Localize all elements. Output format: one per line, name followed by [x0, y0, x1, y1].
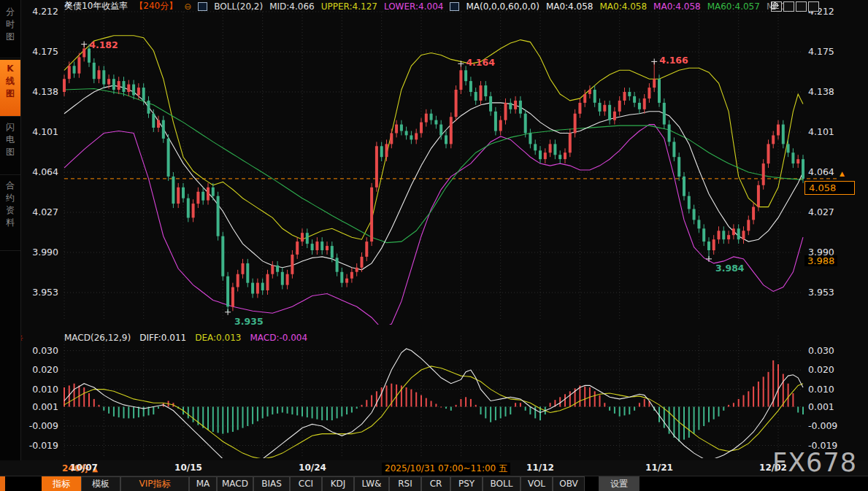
tab-psy[interactable]: PSY — [450, 476, 483, 491]
tab-settings[interactable]: 设置 — [599, 476, 640, 491]
kline-chart[interactable]: 4.1824.1644.1663.9353.9844.2124.2124.175… — [0, 0, 868, 491]
svg-text:4.138: 4.138 — [808, 86, 834, 97]
svg-text:3.990: 3.990 — [32, 247, 58, 258]
svg-text:4.175: 4.175 — [32, 46, 58, 57]
sidebar-item-kline-chart[interactable]: K线图 — [0, 60, 20, 117]
sidebar: 分时图 K线图 闪电图 合约资料 — [0, 0, 21, 491]
ma0-magenta-value: MA0:4.058 — [653, 1, 701, 12]
ma-indicator-icon[interactable] — [450, 2, 459, 11]
svg-text:-0.009: -0.009 — [808, 420, 837, 431]
svg-text:4.166: 4.166 — [659, 55, 688, 66]
x-axis-tick: 10/15 — [174, 463, 202, 473]
svg-text:-0.009: -0.009 — [29, 420, 58, 431]
svg-text:-0.019: -0.019 — [808, 440, 837, 451]
sidebar-item-contract-info[interactable]: 合约资料 — [0, 177, 20, 251]
svg-text:0.010: 0.010 — [808, 384, 834, 395]
tab-rsi[interactable]: RSI — [389, 476, 421, 491]
macd-diff-value: DIFF:0.011 — [139, 333, 186, 343]
ma0-white-value: MA0:4.058 — [546, 1, 594, 12]
sidebar-item-time-chart[interactable]: 分时图 — [0, 3, 20, 58]
svg-text:4.101: 4.101 — [808, 126, 834, 137]
macd-label: MACD(26,12,9) — [64, 333, 131, 343]
scale-right-axis-icon[interactable] — [796, 1, 807, 12]
tab-boll[interactable]: BOLL — [483, 476, 521, 491]
svg-text:0.030: 0.030 — [808, 345, 834, 356]
svg-text:4.027: 4.027 — [32, 206, 58, 217]
macd-header: MACD(26,12,9) DIFF:0.011 DEA:0.013 MACD:… — [64, 332, 307, 343]
svg-text:4.101: 4.101 — [32, 126, 58, 137]
svg-text:4.212: 4.212 — [32, 6, 58, 17]
tab-lw[interactable]: LW& — [354, 476, 389, 491]
toolbar-accent-bar — [0, 476, 5, 491]
low-price-badge: 3.988 — [804, 255, 837, 266]
svg-text:3.984: 3.984 — [715, 263, 745, 274]
tab-template[interactable]: 模板 — [81, 476, 120, 491]
svg-text:0.020: 0.020 — [808, 364, 834, 375]
scale-up-axis-icon[interactable] — [783, 1, 794, 12]
x-axis-tick: 11/21 — [645, 463, 673, 473]
tab-bias[interactable]: BIAS — [253, 476, 290, 491]
current-price-marker-icon: ▲ — [840, 170, 845, 177]
svg-text:4.182: 4.182 — [89, 39, 118, 50]
instrument-title: 美债10年收益率 — [64, 0, 128, 12]
sidebar-item-lightning-chart[interactable]: 闪电图 — [0, 118, 20, 175]
tab-ma[interactable]: MA — [189, 476, 217, 491]
svg-text:4.175: 4.175 — [808, 46, 834, 57]
svg-text:4.064: 4.064 — [808, 166, 834, 177]
period-label[interactable]: 【240分】 — [134, 0, 177, 12]
svg-text:0.001: 0.001 — [808, 401, 834, 412]
tab-cci[interactable]: CCI — [290, 476, 322, 491]
current-price-badge: 4.058 — [804, 181, 855, 195]
time-axis: 240分 ▲ 10/0710/1510/242025/10/31 07:00~1… — [0, 460, 868, 476]
ma60-green-value: MA60:4.057 — [707, 1, 760, 12]
boll-upper-value: UPPER:4.127 — [321, 1, 377, 12]
svg-text:0.020: 0.020 — [32, 364, 58, 375]
boll-mid-value: MID:4.066 — [269, 1, 315, 12]
chart-tool-icons — [771, 1, 819, 12]
svg-text:4.064: 4.064 — [32, 166, 58, 177]
svg-text:0.030: 0.030 — [32, 345, 58, 356]
boll-indicator-icon[interactable] — [198, 2, 207, 11]
svg-text:4.027: 4.027 — [808, 206, 834, 217]
svg-text:4.164: 4.164 — [466, 57, 495, 68]
indicator-toolbar: 指标 模板 VIP指标 MA MACD BIAS CCI KDJ LW& RSI… — [0, 476, 868, 491]
ma-label: MA(0,0,0,60,0,0) — [466, 1, 539, 12]
svg-text:3.935: 3.935 — [234, 316, 264, 327]
trading-app-window: 4.1824.1644.1663.9353.9844.2124.2124.175… — [0, 0, 868, 491]
tab-vol[interactable]: VOL — [521, 476, 553, 491]
svg-text:0.001: 0.001 — [32, 401, 58, 412]
x-axis-tick: 10/07 — [70, 463, 98, 473]
macd-macd-value: MACD:-0.004 — [250, 333, 307, 343]
tab-macd[interactable]: MACD — [217, 476, 253, 491]
tab-indicator[interactable]: 指标 — [42, 476, 81, 491]
svg-text:0.010: 0.010 — [32, 384, 58, 395]
svg-text:3.953: 3.953 — [32, 287, 58, 298]
selected-time-label: 2025/10/31 07:00~11:00 五 — [382, 463, 510, 475]
boll-label: BOLL(20,2) — [214, 1, 263, 12]
x-axis-tick: 12/02 — [759, 463, 787, 473]
x-axis-tick: 10/24 — [299, 463, 326, 473]
tab-kdj[interactable]: KDJ — [322, 476, 354, 491]
svg-text:3.953: 3.953 — [808, 287, 834, 298]
macd-dea-value: DEA:0.013 — [195, 333, 241, 343]
chart-header: 美债10年收益率 【240分】 ⊖ BOLL(20,2) MID:4.066 U… — [64, 1, 788, 12]
collapse-icon[interactable]: ⊖ — [184, 1, 191, 12]
ma0-yellow-value: MA0:4.058 — [599, 1, 647, 12]
tab-obv[interactable]: OBV — [553, 476, 585, 491]
x-axis-tick: 11/12 — [526, 463, 554, 473]
exit-icon[interactable] — [808, 1, 819, 12]
boll-lower-value: LOWER:4.004 — [384, 1, 444, 12]
tab-vip-indicator[interactable]: VIP指标 — [120, 476, 189, 491]
svg-text:-0.019: -0.019 — [29, 440, 58, 451]
svg-text:4.138: 4.138 — [32, 86, 58, 97]
tab-cr[interactable]: CR — [421, 476, 450, 491]
